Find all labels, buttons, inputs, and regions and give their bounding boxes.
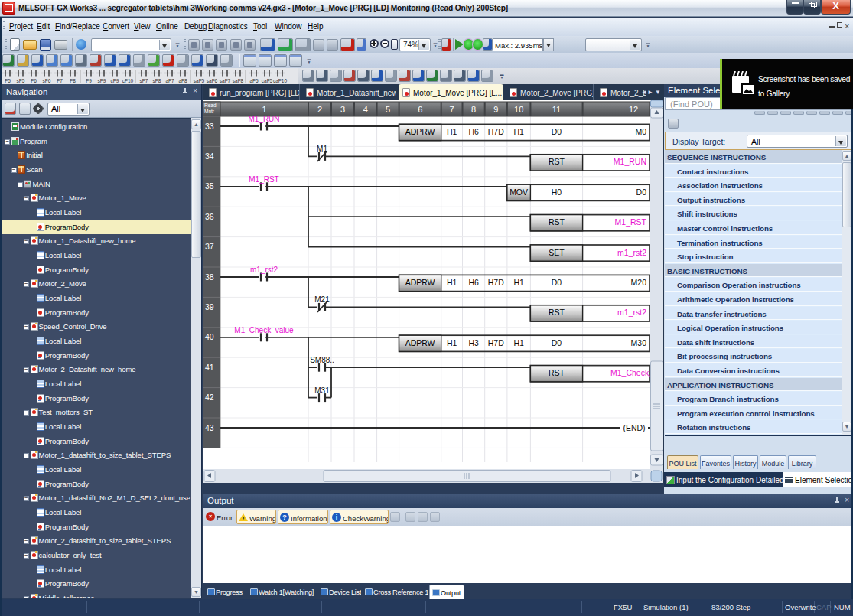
svg-text:M1_RUN: M1_RUN	[614, 157, 646, 166]
svg-text:sF7: sF7	[140, 78, 148, 83]
svg-text:41: 41	[205, 363, 214, 372]
svg-text:M0: M0	[635, 127, 646, 136]
svg-text:M1_RST: M1_RST	[249, 175, 278, 184]
svg-text:H1: H1	[447, 127, 457, 136]
svg-text:M1_Check_value: M1_Check_value	[234, 326, 294, 334]
svg-text:H7D: H7D	[488, 127, 504, 136]
svg-text:m1_rst2: m1_rst2	[250, 266, 278, 274]
svg-text:F6: F6	[31, 78, 37, 83]
svg-text:4: 4	[363, 105, 368, 114]
svg-text:M30: M30	[631, 338, 647, 347]
svg-text:F5: F5	[5, 78, 11, 83]
svg-text:10: 10	[514, 105, 523, 114]
svg-text:H3: H3	[468, 338, 479, 347]
svg-text:sF9: sF9	[98, 78, 106, 83]
svg-text:MOV: MOV	[510, 187, 528, 197]
svg-text:8: 8	[471, 105, 476, 114]
svg-text:sF8: sF8	[153, 78, 161, 83]
svg-text:H1: H1	[513, 127, 524, 136]
svg-text:M20: M20	[631, 278, 647, 287]
svg-text:D0: D0	[636, 187, 647, 197]
svg-text:42: 42	[205, 393, 214, 402]
svg-text:11: 11	[552, 105, 561, 114]
svg-text:7: 7	[450, 105, 454, 114]
svg-text:39: 39	[205, 302, 214, 311]
svg-text:sF6: sF6	[43, 78, 51, 83]
svg-text:saF6: saF6	[207, 78, 218, 83]
svg-text:H0: H0	[552, 187, 562, 197]
svg-text:H6: H6	[468, 278, 479, 287]
svg-text:M1: M1	[317, 145, 327, 153]
svg-text:37: 37	[205, 242, 214, 251]
svg-text:ADPRW: ADPRW	[405, 278, 435, 287]
svg-text:cF9: cF9	[111, 78, 119, 83]
svg-text:2: 2	[317, 105, 322, 114]
svg-text:(END): (END)	[623, 423, 645, 432]
svg-text:M21: M21	[314, 295, 330, 304]
svg-text:34: 34	[205, 152, 214, 161]
svg-text:40: 40	[205, 332, 214, 341]
svg-text:6: 6	[418, 105, 422, 114]
svg-text:caF10: caF10	[273, 78, 287, 83]
svg-text:H1: H1	[513, 278, 524, 287]
svg-text:1: 1	[262, 105, 266, 114]
svg-text:aF5: aF5	[249, 78, 259, 83]
svg-text:SET: SET	[549, 248, 565, 257]
svg-text:35: 35	[205, 181, 214, 191]
svg-text:caF5: caF5	[262, 78, 273, 83]
svg-text:Read: Read	[204, 103, 217, 108]
svg-text:Mntr: Mntr	[204, 109, 215, 114]
svg-text:M1_RUN: M1_RUN	[248, 115, 279, 123]
svg-text:F9: F9	[86, 78, 92, 83]
svg-text:cF10: cF10	[122, 78, 134, 83]
svg-text:H1: H1	[447, 278, 457, 287]
svg-text:F8: F8	[70, 78, 76, 83]
svg-text:ADPRW: ADPRW	[405, 127, 435, 136]
svg-text:SM88..: SM88..	[310, 356, 334, 364]
svg-text:M1_RST: M1_RST	[615, 217, 647, 227]
svg-text:3: 3	[340, 105, 345, 114]
svg-text:saF7: saF7	[220, 78, 231, 83]
svg-text:36: 36	[205, 212, 214, 221]
svg-text:33: 33	[205, 122, 214, 131]
svg-text:ADPRW: ADPRW	[405, 338, 435, 347]
svg-text:M31: M31	[314, 386, 330, 395]
svg-text:RST: RST	[549, 157, 565, 166]
svg-text:D0: D0	[552, 338, 562, 347]
svg-text:9: 9	[493, 105, 498, 114]
svg-text:D0: D0	[552, 278, 562, 287]
svg-text:saF5: saF5	[194, 78, 205, 83]
svg-text:H7D: H7D	[488, 338, 504, 347]
svg-text:aF7: aF7	[165, 78, 174, 83]
svg-text:H1: H1	[447, 338, 457, 347]
svg-text:RST: RST	[549, 308, 565, 317]
svg-text:H1: H1	[513, 338, 524, 347]
svg-text:D0: D0	[552, 127, 562, 136]
svg-text:RST: RST	[549, 217, 565, 227]
svg-text:aF8: aF8	[178, 78, 187, 83]
svg-text:saF8: saF8	[233, 78, 244, 83]
svg-text:H7D: H7D	[488, 278, 504, 287]
svg-text:38: 38	[205, 272, 214, 282]
svg-text:43: 43	[205, 423, 214, 432]
svg-text:sF5: sF5	[17, 78, 25, 83]
svg-text:F7: F7	[57, 78, 63, 83]
svg-text:5: 5	[386, 105, 390, 114]
svg-text:m1_rst2: m1_rst2	[617, 308, 646, 317]
svg-text:12: 12	[629, 105, 638, 114]
svg-text:H6: H6	[468, 127, 479, 136]
svg-text:m1_rst2: m1_rst2	[617, 248, 646, 257]
svg-text:RST: RST	[549, 368, 565, 377]
